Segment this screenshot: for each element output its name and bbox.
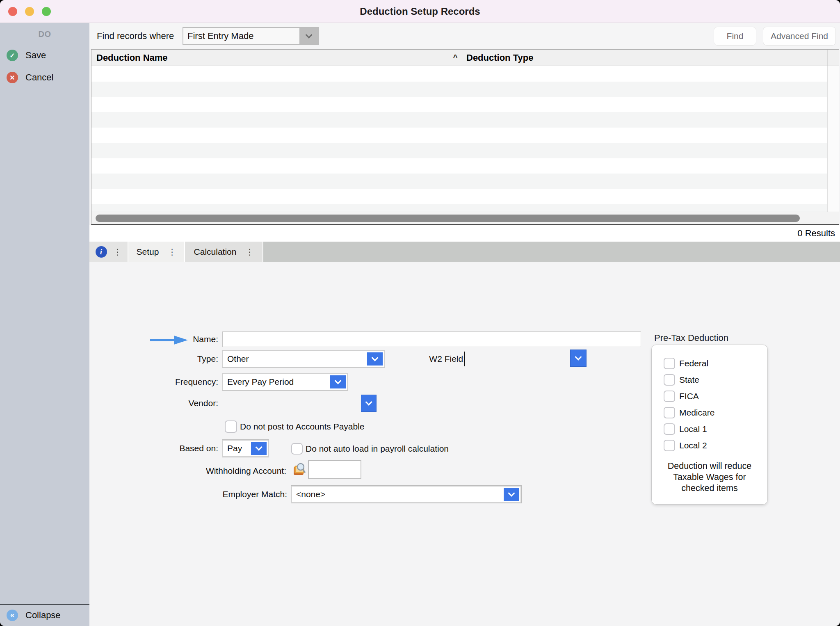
advanced-find-button[interactable]: Advanced Find bbox=[763, 27, 836, 46]
name-input[interactable] bbox=[222, 331, 641, 347]
vertical-scrollbar-track[interactable] bbox=[827, 66, 839, 212]
chevron-down-icon bbox=[372, 354, 379, 361]
pretax-deduction-panel: Federal State FICA Medicare Local 1 Loca… bbox=[651, 345, 768, 505]
w2-field-dropdown-button[interactable] bbox=[570, 350, 587, 367]
table-header-row: Deduction Name ^ Deduction Type bbox=[91, 50, 839, 66]
cancel-x-icon: ✕ bbox=[7, 72, 18, 83]
save-label: Save bbox=[25, 50, 46, 61]
do-not-auto-load-checkbox[interactable] bbox=[291, 443, 303, 455]
column-header-deduction-type[interactable]: Deduction Type bbox=[462, 50, 827, 66]
pretax-local2-label: Local 2 bbox=[679, 440, 707, 451]
minimize-window-button[interactable] bbox=[25, 7, 34, 16]
pretax-federal-label: Federal bbox=[679, 358, 708, 369]
find-records-where-label: Find records where bbox=[97, 23, 174, 49]
frequency-dropdown-value: Every Pay Period bbox=[223, 377, 347, 387]
results-table: Deduction Name ^ Deduction Type bbox=[91, 49, 839, 225]
based-on-dropdown[interactable]: Pay bbox=[222, 440, 269, 457]
zoom-window-button[interactable] bbox=[42, 7, 51, 16]
employer-match-dropdown[interactable]: <none> bbox=[291, 486, 521, 503]
pretax-fica-checkbox[interactable] bbox=[664, 391, 675, 402]
chevron-down-icon bbox=[335, 377, 342, 384]
pretax-state-label: State bbox=[679, 374, 699, 386]
setup-tab-panel: Name: Type: Other W2 Field: Frequency: E… bbox=[89, 262, 840, 626]
find-button[interactable]: Find bbox=[714, 27, 756, 46]
frequency-label: Frequency: bbox=[151, 373, 218, 391]
results-count: 0 Results bbox=[797, 228, 835, 239]
account-lookup-icon[interactable] bbox=[292, 462, 307, 477]
chevron-down-icon bbox=[306, 32, 313, 39]
withholding-account-input[interactable] bbox=[308, 460, 361, 479]
find-field-dropdown-value: First Entry Made bbox=[183, 31, 299, 41]
pretax-medicare-label: Medicare bbox=[679, 407, 714, 418]
info-icon[interactable]: i bbox=[96, 246, 107, 258]
employer-match-label: Employer Match: bbox=[192, 486, 287, 503]
type-dropdown-button[interactable] bbox=[367, 352, 383, 366]
sidebar: DO ✓ Save ✕ Cancel « Collapse bbox=[0, 23, 89, 626]
name-label: Name: bbox=[151, 331, 218, 347]
results-bar: 0 Results bbox=[89, 225, 840, 242]
pretax-medicare-checkbox[interactable] bbox=[664, 407, 675, 418]
sort-ascending-icon[interactable]: ^ bbox=[453, 53, 458, 62]
collapse-chevrons-icon: « bbox=[7, 610, 18, 621]
vendor-dropdown-button[interactable] bbox=[361, 395, 377, 412]
pretax-local1-checkbox[interactable] bbox=[664, 423, 675, 435]
tab-calculation-label: Calculation bbox=[194, 247, 237, 257]
save-button[interactable]: ✓ Save bbox=[0, 50, 89, 61]
drag-dots-icon: ⋮ bbox=[114, 248, 122, 256]
app-window: Deduction Setup Records DO ✓ Save ✕ Canc… bbox=[0, 0, 840, 626]
pretax-local2-checkbox[interactable] bbox=[664, 440, 675, 451]
based-on-label: Based on: bbox=[151, 440, 218, 457]
cancel-button[interactable]: ✕ Cancel bbox=[0, 72, 89, 83]
do-not-post-ap-label: Do not post to Accounts Payable bbox=[240, 420, 365, 433]
tab-setup[interactable]: Setup ⋮ bbox=[128, 242, 184, 262]
table-body-empty[interactable] bbox=[91, 66, 839, 212]
record-info-segment[interactable]: i ⋮ bbox=[89, 242, 128, 262]
pretax-federal-checkbox[interactable] bbox=[664, 358, 675, 369]
chevron-down-icon bbox=[508, 490, 515, 497]
drag-dots-icon: ⋮ bbox=[245, 248, 253, 256]
drag-dots-icon: ⋮ bbox=[168, 248, 176, 256]
find-bar: Find records where First Entry Made Find… bbox=[89, 23, 840, 49]
type-dropdown-value: Other bbox=[223, 354, 384, 364]
tab-bar-filler bbox=[263, 242, 840, 262]
based-on-dropdown-button[interactable] bbox=[251, 442, 267, 455]
do-not-post-ap-checkbox[interactable] bbox=[225, 420, 237, 433]
column-header-deduction-name[interactable]: Deduction Name ^ bbox=[91, 50, 462, 66]
w2-field-label: W2 Field: bbox=[401, 350, 466, 368]
text-caret bbox=[464, 352, 465, 366]
collapse-sidebar-button[interactable]: « Collapse bbox=[0, 604, 89, 626]
tab-calculation[interactable]: Calculation ⋮ bbox=[185, 242, 262, 262]
type-dropdown[interactable]: Other bbox=[222, 350, 385, 368]
tab-setup-label: Setup bbox=[137, 247, 159, 257]
horizontal-scrollbar-thumb[interactable] bbox=[96, 215, 800, 222]
pretax-deduction-title: Pre-Tax Deduction bbox=[654, 333, 728, 343]
vendor-label: Vendor: bbox=[151, 395, 218, 412]
pretax-state-checkbox[interactable] bbox=[664, 374, 675, 386]
pretax-fica-label: FICA bbox=[679, 391, 699, 402]
find-field-dropdown[interactable]: First Entry Made bbox=[183, 27, 319, 45]
tab-bar: i ⋮ Setup ⋮ Calculation ⋮ bbox=[89, 242, 840, 262]
cancel-label: Cancel bbox=[25, 72, 53, 83]
chevron-down-icon bbox=[575, 354, 582, 361]
chevron-down-icon bbox=[365, 399, 372, 406]
chevron-down-icon bbox=[256, 444, 262, 451]
do-not-auto-load-label: Do not auto load in payroll calculation bbox=[306, 443, 449, 455]
employer-match-dropdown-value: <none> bbox=[292, 489, 520, 499]
titlebar: Deduction Setup Records bbox=[0, 0, 840, 23]
frequency-dropdown[interactable]: Every Pay Period bbox=[222, 373, 348, 391]
withholding-account-label: Withholding Account: bbox=[192, 462, 286, 480]
pretax-local1-label: Local 1 bbox=[679, 423, 707, 435]
find-field-dropdown-button[interactable] bbox=[299, 28, 318, 44]
employer-match-dropdown-button[interactable] bbox=[504, 488, 519, 501]
frequency-dropdown-button[interactable] bbox=[330, 375, 346, 388]
close-window-button[interactable] bbox=[8, 7, 17, 16]
save-check-icon: ✓ bbox=[7, 50, 18, 61]
horizontal-scrollbar-track[interactable] bbox=[91, 212, 839, 224]
collapse-label: Collapse bbox=[25, 610, 61, 621]
type-label: Type: bbox=[151, 350, 218, 368]
pretax-note: Deduction will reduce Taxable Wages for … bbox=[657, 461, 762, 494]
sidebar-header: DO bbox=[0, 30, 89, 39]
table-scroll-corner bbox=[827, 50, 839, 66]
window-title: Deduction Setup Records bbox=[360, 6, 480, 17]
